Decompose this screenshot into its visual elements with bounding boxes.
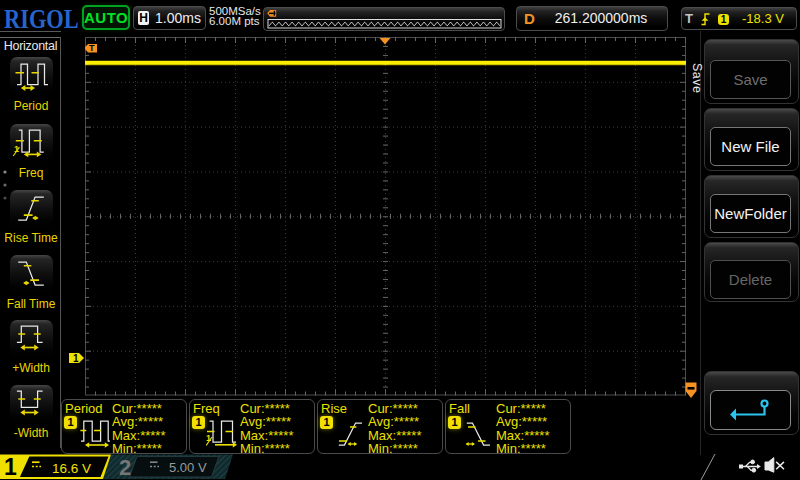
svg-text:16.6 V: 16.6 V [52,461,91,476]
svg-text:2: 2 [119,455,131,480]
svg-text:1: 1 [4,454,17,480]
svg-text:1: 1 [73,353,79,364]
svg-text:5.00 V: 5.00 V [169,460,207,475]
svg-text:T: T [89,43,95,53]
